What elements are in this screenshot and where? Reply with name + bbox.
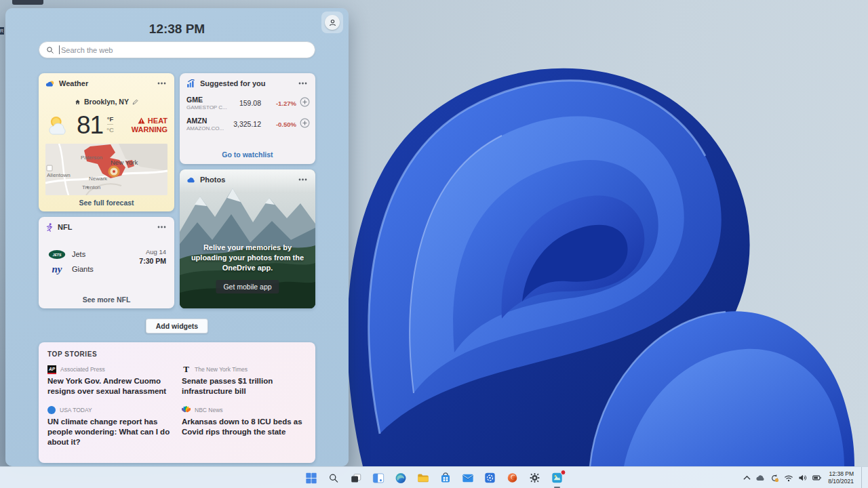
story-item[interactable]: AP Associated Press New York Gov. Andrew…	[47, 365, 172, 396]
settings-icon-button[interactable]	[526, 469, 544, 487]
volume-tray-icon[interactable]	[798, 474, 808, 482]
clock-time: 12:38 PM	[828, 470, 854, 478]
photos-widget[interactable]: Photos Relive your memories by uploading…	[180, 169, 315, 308]
microsoft-store-icon[interactable]	[437, 469, 454, 487]
search-icon	[46, 46, 54, 54]
taskbar-clock[interactable]: 12:38 PM 8/10/2021	[828, 470, 854, 485]
web-search-box[interactable]	[39, 41, 315, 58]
nyt-logo: T	[182, 365, 191, 374]
partly-sunny-icon	[45, 114, 74, 137]
story-item[interactable]: T The New York Times Senate passes $1 tr…	[182, 365, 307, 396]
add-widgets-button[interactable]: Add widgets	[146, 319, 208, 333]
edit-pencil-icon[interactable]	[132, 99, 138, 105]
story-headline[interactable]: Arkansas down to 8 ICU beds as Covid rip…	[182, 417, 307, 437]
stock-price: 3,325.12	[229, 120, 267, 128]
warning-triangle-icon	[138, 117, 145, 124]
avatar	[325, 15, 340, 30]
see-full-forecast-link[interactable]: See full forecast	[39, 199, 174, 207]
tray-chevron-up-icon[interactable]	[743, 475, 751, 481]
ap-logo: AP	[47, 365, 56, 374]
go-to-watchlist-link[interactable]: Go to watchlist	[180, 150, 315, 159]
onedrive-tray-icon[interactable]	[755, 474, 766, 481]
taskbar: 12:38 PM 8/10/2021	[0, 466, 868, 488]
chat-icon	[485, 472, 496, 483]
task-view-button[interactable]	[347, 469, 365, 487]
widgets-button[interactable]	[370, 469, 387, 487]
screen-artifact	[12, 0, 43, 5]
plus-circle-icon	[300, 118, 310, 128]
alert-text-line2: WARNING	[132, 125, 167, 134]
wifi-tray-icon[interactable]	[784, 474, 793, 482]
office-app-icon[interactable]	[504, 469, 521, 487]
panel-clock: 12:38 PM	[5, 22, 349, 37]
add-to-watchlist-button[interactable]	[300, 118, 310, 131]
jets-logo: JETS	[48, 249, 66, 260]
see-more-nfl-link[interactable]: See more NFL	[39, 296, 174, 304]
story-source: The New York Times	[195, 366, 248, 373]
start-button[interactable]	[302, 469, 320, 487]
map-graphic	[45, 144, 167, 195]
search-input[interactable]	[61, 46, 308, 54]
file-explorer-icon[interactable]	[414, 469, 432, 487]
game-time: 7:30 PM	[139, 257, 166, 265]
fahrenheit-option[interactable]: °F	[107, 115, 114, 125]
weather-cloud-icon	[45, 80, 55, 87]
stock-symbol: AMZN	[186, 117, 229, 125]
nfl-title: NFL	[58, 223, 150, 231]
edge-icon	[395, 472, 406, 484]
weather-widget[interactable]: Weather Brooklyn, NY 81	[39, 73, 174, 211]
photos-message: Relive your memories by uploading your p…	[190, 243, 305, 273]
windows-bloom-wallpaper	[298, 0, 868, 466]
stock-row-amzn[interactable]: AMZN AMAZON.CO... 3,325.12 -0.50%	[180, 113, 315, 134]
nbc-peacock-logo	[182, 406, 191, 413]
top-stories-header: TOP STORIES	[39, 342, 315, 358]
stocks-more-button[interactable]	[295, 79, 310, 88]
story-headline[interactable]: Senate passes $1 trillion infrastructure…	[182, 376, 307, 396]
stock-company: GAMESTOP C...	[186, 104, 229, 110]
edge-browser-icon[interactable]	[392, 469, 410, 487]
person-icon	[328, 18, 337, 27]
nfl-more-button[interactable]	[154, 222, 169, 232]
current-temperature: 81	[77, 111, 103, 140]
text-caret	[59, 45, 60, 54]
story-headline[interactable]: New York Gov. Andrew Cuomo resigns over …	[47, 376, 172, 396]
map-label-new-york: New York	[111, 159, 138, 166]
teams-chat-icon[interactable]	[481, 469, 499, 487]
story-item[interactable]: NBC News Arkansas down to 8 ICU beds as …	[182, 405, 307, 447]
stock-change: -0.50%	[267, 121, 296, 128]
more-options-icon	[298, 82, 307, 85]
notification-app-icon[interactable]	[549, 469, 566, 487]
weather-more-button[interactable]	[154, 79, 169, 88]
profile-button[interactable]	[321, 12, 343, 33]
alert-text-line1: HEAT	[148, 117, 167, 125]
usa-today-logo	[47, 406, 56, 414]
mail-app-icon[interactable]	[459, 469, 477, 487]
story-headline[interactable]: UN climate change report has people wond…	[47, 417, 172, 447]
show-desktop-button[interactable]	[861, 467, 864, 488]
sync-tray-icon[interactable]	[770, 474, 779, 483]
get-mobile-app-button[interactable]: Get mobile app	[216, 280, 279, 293]
celsius-option[interactable]: °C	[106, 125, 114, 134]
more-options-icon	[298, 178, 307, 181]
desktop-icon-fragment: R	[0, 27, 4, 35]
store-bag-icon	[440, 472, 450, 483]
weather-location-row[interactable]: Brooklyn, NY	[39, 98, 174, 106]
nfl-widget[interactable]: NFL JETS Jets ny Giants Aug 14 7:3	[39, 217, 174, 308]
add-to-watchlist-button[interactable]	[300, 97, 310, 110]
weather-alert-map[interactable]: Paterson New York Allentown Newark Trent…	[45, 144, 167, 195]
folder-icon	[417, 473, 429, 483]
gear-icon	[530, 472, 540, 483]
envelope-icon	[462, 474, 473, 483]
photos-title: Photos	[200, 176, 291, 184]
top-stories-widget: TOP STORIES AP Associated Press New York…	[39, 342, 315, 463]
stock-row-gme[interactable]: GME GAMESTOP C... 159.08 -1.27%	[180, 92, 315, 113]
svg-text:JETS: JETS	[53, 252, 62, 256]
stocks-widget[interactable]: Suggested for you GME GAMESTOP C... 159.…	[180, 73, 315, 164]
battery-tray-icon[interactable]	[812, 474, 821, 482]
taskbar-search-button[interactable]	[325, 469, 342, 487]
widgets-panel: 12:38 PM Weather	[5, 8, 349, 466]
notification-badge	[561, 470, 566, 475]
photos-more-button[interactable]	[295, 175, 310, 184]
story-item[interactable]: USA TODAY UN climate change report has p…	[47, 405, 172, 447]
unit-toggle[interactable]: °F °C	[106, 115, 114, 134]
